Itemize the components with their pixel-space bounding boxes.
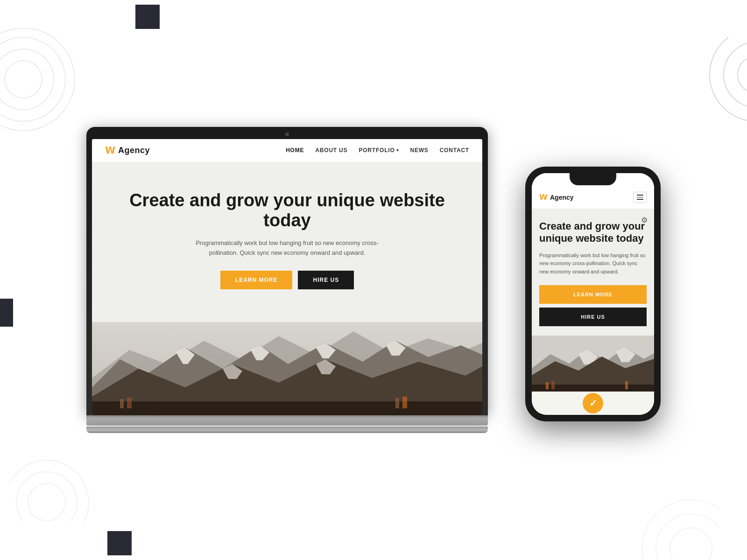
svg-rect-33 (532, 385, 654, 392)
laptop-hire-us-button[interactable]: HIRE US (298, 271, 354, 289)
laptop-screen: 𝗪 Agency HOME ABOUT US PORTFOLIO ▾ NEWS … (92, 139, 482, 416)
phone-bottom-bar: ✓ (532, 392, 654, 415)
laptop-hero-subtitle: Programmatically work but low hanging fr… (184, 238, 390, 258)
laptop-logo-text: Agency (118, 146, 150, 155)
phone-hero-title: Create and grow your unique website toda… (539, 220, 647, 245)
nav-portfolio[interactable]: PORTFOLIO ▾ (359, 147, 399, 154)
svg-rect-34 (546, 382, 549, 389)
laptop-nav: HOME ABOUT US PORTFOLIO ▾ NEWS CONTACT (286, 147, 469, 154)
laptop-hero-buttons: LEARN MORE HIRE US (111, 271, 464, 289)
phone-hamburger-button[interactable] (634, 192, 647, 203)
svg-rect-36 (625, 381, 628, 389)
menu-line-1 (637, 195, 643, 196)
phone-hero-mountain (532, 336, 654, 392)
phone-notch (570, 173, 616, 185)
nav-home[interactable]: HOME (286, 147, 304, 154)
laptop-camera (285, 133, 289, 136)
phone-logo: 𝗪 Agency (539, 193, 574, 202)
svg-rect-26 (395, 398, 399, 408)
laptop-learn-more-button[interactable]: LEARN MORE (220, 271, 293, 289)
check-icon: ✓ (589, 398, 597, 409)
phone-screen: 𝗪 Agency ⚙ Create and grow your unique w… (532, 173, 654, 415)
phone-frame: 𝗪 Agency ⚙ Create and grow your unique w… (525, 167, 661, 422)
phone-logo-icon: 𝗪 (539, 193, 548, 202)
nav-news[interactable]: NEWS (410, 147, 428, 154)
svg-rect-24 (120, 399, 124, 408)
nav-about[interactable]: ABOUT US (315, 147, 347, 154)
menu-line-3 (637, 199, 643, 200)
main-content: 𝗪 Agency HOME ABOUT US PORTFOLIO ▾ NEWS … (0, 0, 747, 560)
menu-line-2 (637, 197, 643, 198)
chevron-down-icon: ▾ (396, 148, 399, 153)
laptop-base (86, 415, 488, 426)
svg-rect-27 (402, 397, 407, 408)
phone-hire-us-button[interactable]: HIRE US (539, 308, 647, 326)
laptop-hero-mountain (92, 322, 482, 415)
laptop-hero-title: Create and grow your unique website toda… (111, 190, 464, 231)
phone-hero: ⚙ Create and grow your unique website to… (532, 209, 654, 336)
laptop-hero: Create and grow your unique website toda… (92, 162, 482, 416)
svg-rect-35 (551, 381, 555, 389)
laptop-body: 𝗪 Agency HOME ABOUT US PORTFOLIO ▾ NEWS … (86, 127, 488, 416)
laptop-site-header: 𝗪 Agency HOME ABOUT US PORTFOLIO ▾ NEWS … (92, 139, 482, 162)
settings-icon[interactable]: ⚙ (641, 216, 648, 224)
laptop-frame: 𝗪 Agency HOME ABOUT US PORTFOLIO ▾ NEWS … (86, 127, 488, 434)
phone-logo-text: Agency (550, 194, 574, 201)
phone-device: 𝗪 Agency ⚙ Create and grow your unique w… (525, 167, 661, 422)
phone-check-button[interactable]: ✓ (583, 393, 603, 413)
nav-contact[interactable]: CONTACT (440, 147, 469, 154)
laptop-logo-icon: 𝗪 (105, 146, 115, 155)
svg-rect-23 (92, 401, 482, 415)
laptop-logo: 𝗪 Agency (105, 146, 150, 155)
svg-rect-25 (127, 398, 132, 408)
laptop-foot (86, 427, 488, 433)
laptop-device: 𝗪 Agency HOME ABOUT US PORTFOLIO ▾ NEWS … (86, 127, 488, 434)
phone-hero-subtitle: Programmatically work but low hanging fr… (539, 252, 647, 276)
laptop-hero-text: Create and grow your unique website toda… (92, 162, 482, 322)
phone-learn-more-button[interactable]: LEARN MORE (539, 285, 647, 304)
